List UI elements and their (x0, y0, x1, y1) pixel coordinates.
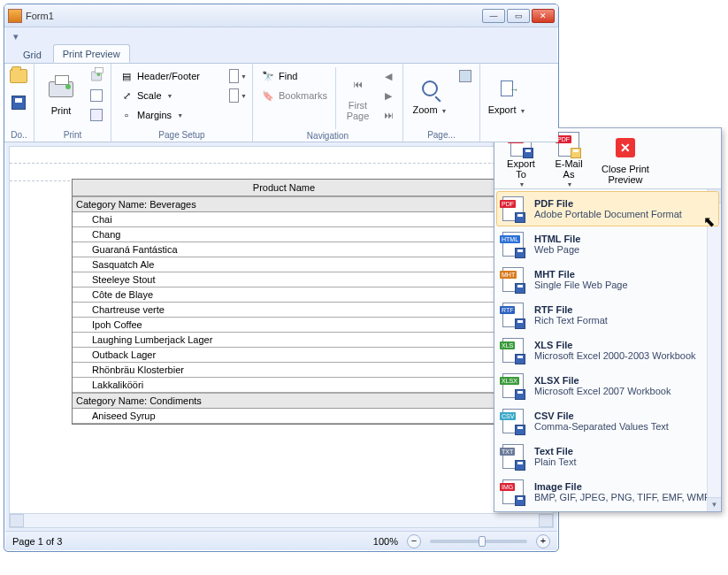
popup-scrollbar[interactable]: ▲ ▼ (707, 189, 721, 511)
preview-page: Product NameCategory Name: BeveragesChai… (72, 179, 496, 425)
export-item-desc: Microsoft Excel 2007 Workbook (534, 386, 671, 396)
export-item-title: PDF File (534, 198, 682, 209)
export-item-title: Text File (534, 446, 577, 456)
file-icon: XLSX (502, 373, 527, 398)
export-format-list: ▲ ▼ PDFPDF FileAdobe Portable Document F… (494, 189, 721, 511)
chevron-down-icon: ▼ (567, 181, 573, 188)
file-icon: RTF (502, 303, 527, 327)
margins-button[interactable]: ▫Margins▼ (117, 106, 224, 124)
chevron-down-icon: ▼ (241, 93, 247, 99)
status-bar: Page 1 of 3 100% − + (5, 531, 557, 550)
open-button[interactable] (10, 67, 27, 85)
ribbon: Do.. Print Print ▤Header/Footer (4, 63, 558, 142)
zoom-in-button[interactable]: + (536, 534, 550, 548)
export-item-xlsx[interactable]: XLSXXLSX FileMicrosoft Excel 2007 Workbo… (496, 368, 719, 403)
file-icon: PDF (502, 196, 527, 221)
ruler (10, 163, 553, 164)
export-item-pdf[interactable]: PDFPDF FileAdobe Portable Document Forma… (496, 191, 719, 226)
close-icon: ✕ (616, 138, 635, 157)
table-row: Outback Lager (73, 348, 495, 363)
export-item-desc: Plain Text (534, 456, 577, 467)
prev-page-button[interactable]: ◀ (379, 67, 397, 85)
header-footer-icon: ▤ (119, 69, 134, 83)
export-item-rtf[interactable]: RTFRTF FileRich Text Format (496, 297, 719, 333)
quick-print-button[interactable] (88, 67, 105, 85)
header-footer-button[interactable]: ▤Header/Footer (117, 67, 224, 85)
export-item-desc: Comma-Separated Values Text (534, 421, 669, 432)
zoom-slider[interactable] (430, 540, 527, 543)
margins-icon: ▫ (119, 108, 134, 122)
table-row: Côte de Blaye (73, 288, 495, 303)
export-item-desc: Rich Text Format (534, 315, 608, 326)
horizontal-scrollbar[interactable] (10, 513, 553, 527)
scroll-left-button[interactable] (10, 514, 24, 527)
export-item-mht[interactable]: MHTMHT FileSingle File Web Page (496, 262, 719, 297)
group-document-label: Do.. (10, 128, 28, 142)
group-header: Category Name: Beverages (73, 196, 495, 212)
export-item-desc: BMP, GIF, JPEG, PNG, TIFF, EMF, WMF (534, 492, 710, 502)
export-popup: PDF Export To▼ PDF E-Mail As▼ ✕ Close Pr… (494, 127, 722, 512)
orientation-icon (229, 69, 239, 83)
watermark-button[interactable] (88, 106, 105, 124)
zoom-out-button[interactable]: − (407, 534, 421, 548)
pages-icon (459, 70, 471, 82)
scale-button[interactable]: ⤢Scale▼ (117, 87, 224, 104)
size-button[interactable]: ▼ (229, 87, 247, 104)
page-indicator: Page 1 of 3 (12, 536, 62, 547)
tab-print-preview[interactable]: Print Preview (53, 44, 130, 63)
zoom-button[interactable]: Zoom ▼ (409, 67, 451, 124)
export-item-img[interactable]: IMGImage FileBMP, GIF, JPEG, PNG, TIFF, … (496, 474, 719, 510)
export-item-title: Image File (534, 481, 710, 492)
first-page-icon: ⏮ (343, 70, 372, 98)
printer-icon (91, 72, 102, 81)
file-icon: HTML (502, 232, 527, 257)
export-item-html[interactable]: HTMLHTML FileWeb Page (496, 226, 719, 262)
group-zoom-label: Page... (409, 128, 474, 142)
find-button[interactable]: 🔭Find (258, 67, 330, 85)
group-header: Category Name: Condiments (73, 393, 495, 409)
zoom-thumb[interactable] (479, 536, 486, 547)
tab-grid[interactable]: Grid (13, 45, 51, 63)
close-preview-button[interactable]: ✕ Close Print Preview (594, 132, 657, 187)
export-item-txt[interactable]: TXTText FilePlain Text (496, 439, 719, 474)
table-row: Chang (73, 227, 495, 242)
scroll-down-button[interactable]: ▼ (708, 497, 721, 511)
export-item-title: CSV File (534, 410, 669, 421)
next-page-button[interactable]: ▶ (379, 87, 397, 104)
scale-icon: ⤢ (119, 88, 134, 103)
export-button[interactable]: Export ▼ (486, 67, 528, 124)
maximize-button[interactable]: ▭ (507, 9, 530, 23)
close-button[interactable]: ✕ (532, 9, 555, 23)
titlebar[interactable]: Form1 — ▭ ✕ (4, 4, 558, 27)
next-icon: ▶ (385, 90, 392, 102)
export-item-xls[interactable]: XLSXLS FileMicrosoft Excel 2000-2003 Wor… (496, 333, 719, 368)
last-page-button[interactable]: ⏭ (379, 106, 397, 124)
export-item-title: XLSX File (534, 375, 671, 386)
file-icon: TXT (502, 444, 527, 469)
first-page-button[interactable]: ⏮ First Page (341, 67, 374, 124)
chevron-down-icon: ▼ (519, 181, 525, 188)
table-row: Ipoh Coffee (73, 318, 495, 333)
zoom-level: 100% (373, 536, 398, 547)
export-item-csv[interactable]: CSVCSV FileComma-Separated Values Text (496, 403, 719, 439)
preview-area[interactable]: Product NameCategory Name: BeveragesChai… (9, 146, 554, 528)
quick-access-toolbar[interactable]: ▾ (4, 27, 558, 43)
bookmarks-button[interactable]: 🔖Bookmarks (258, 87, 330, 104)
save-icon (11, 96, 26, 110)
print-options-button[interactable] (88, 87, 105, 104)
table-row: Guaraná Fantástica (73, 242, 495, 257)
bookmark-icon: 🔖 (261, 88, 275, 103)
table-row: Steeleye Stout (73, 272, 495, 288)
separator (335, 67, 336, 129)
many-pages-button[interactable] (456, 67, 474, 85)
group-navigation-label: Navigation (258, 129, 397, 142)
file-icon: IMG (502, 479, 527, 504)
qat-customize-icon[interactable]: ▾ (13, 31, 22, 40)
print-button[interactable]: Print (40, 67, 82, 124)
scroll-right-button[interactable] (539, 514, 553, 527)
export-item-desc: Single File Web Page (534, 280, 628, 290)
page-size-icon (229, 88, 239, 103)
minimize-button[interactable]: — (482, 9, 505, 23)
save-button[interactable] (10, 94, 27, 111)
orientation-button[interactable]: ▼ (229, 67, 247, 85)
